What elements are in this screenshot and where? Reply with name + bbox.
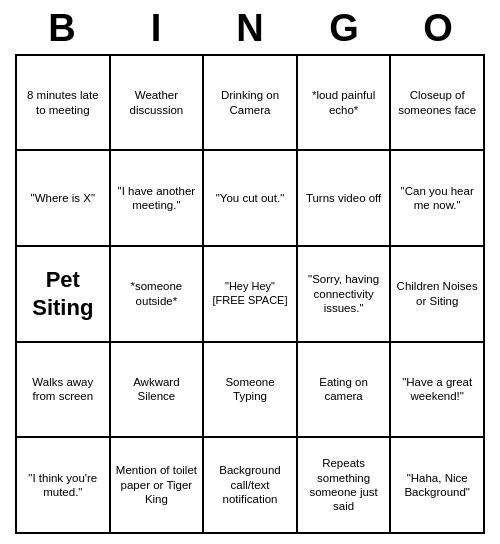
bingo-cell-14: Children Noises or Siting xyxy=(391,247,485,343)
bingo-cell-15: Walks away from screen xyxy=(17,343,111,439)
bingo-cell-10: Pet Siting xyxy=(17,247,111,343)
bingo-cell-24: "Haha, Nice Background" xyxy=(391,438,485,534)
title-letter-b: B xyxy=(15,8,109,50)
bingo-cell-13: "Sorry, having connectivity issues." xyxy=(298,247,392,343)
bingo-grid: 8 minutes late to meetingWeather discuss… xyxy=(15,54,485,534)
bingo-cell-17: Someone Typing xyxy=(204,343,298,439)
bingo-cell-19: "Have a great weekend!" xyxy=(391,343,485,439)
title-letter-n: N xyxy=(203,8,297,50)
bingo-cell-11: *someone outside* xyxy=(111,247,205,343)
bingo-cell-4: Closeup of someones face xyxy=(391,56,485,152)
bingo-cell-23: Repeats something someone just said xyxy=(298,438,392,534)
bingo-cell-18: Eating on camera xyxy=(298,343,392,439)
bingo-cell-9: "Can you hear me now." xyxy=(391,151,485,247)
bingo-cell-3: *loud painful echo* xyxy=(298,56,392,152)
title-letter-g: G xyxy=(297,8,391,50)
bingo-cell-7: "You cut out." xyxy=(204,151,298,247)
bingo-cell-6: "I have another meeting." xyxy=(111,151,205,247)
bingo-cell-8: Turns video off xyxy=(298,151,392,247)
title-letter-i: I xyxy=(109,8,203,50)
bingo-cell-22: Background call/text notification xyxy=(204,438,298,534)
bingo-cell-12: "Hey Hey" [FREE SPACE] xyxy=(204,247,298,343)
bingo-cell-0: 8 minutes late to meeting xyxy=(17,56,111,152)
bingo-title: BINGO xyxy=(15,8,485,50)
bingo-cell-16: Awkward Silence xyxy=(111,343,205,439)
bingo-cell-1: Weather discussion xyxy=(111,56,205,152)
bingo-cell-21: Mention of toilet paper or Tiger King xyxy=(111,438,205,534)
bingo-cell-2: Drinking on Camera xyxy=(204,56,298,152)
title-letter-o: O xyxy=(391,8,485,50)
bingo-cell-20: "I think you're muted." xyxy=(17,438,111,534)
bingo-cell-5: "Where is X" xyxy=(17,151,111,247)
